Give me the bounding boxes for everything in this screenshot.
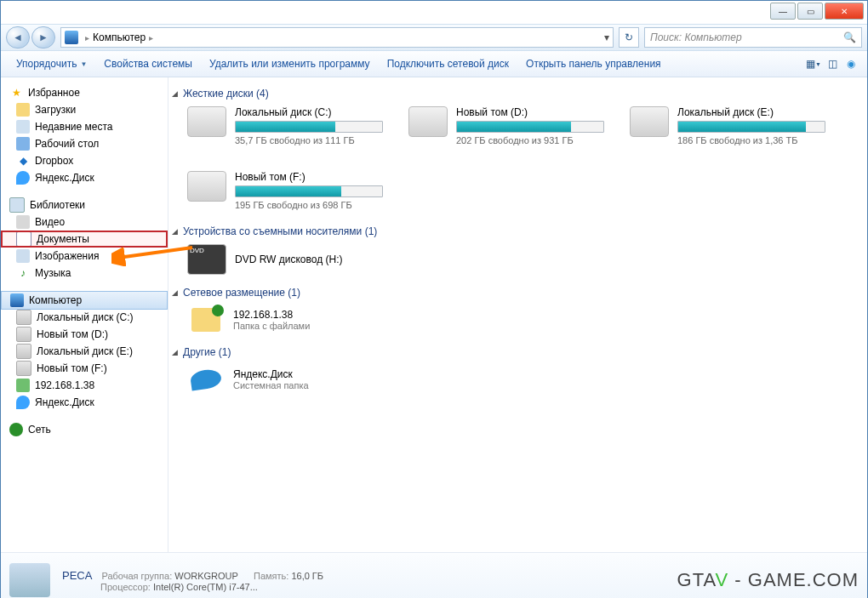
chevron-right-icon: ▸ (149, 33, 153, 43)
drive-icon (16, 344, 31, 359)
dvd-drive-item[interactable]: DVD RW дисковод (H:) (172, 241, 860, 278)
nav-yandex-disk[interactable]: Яндекс.Диск (1, 169, 168, 186)
drive-item[interactable]: Новый том (F:)195 ГБ свободно из 698 ГБ (187, 171, 383, 210)
nav-drive-d[interactable]: Новый том (D:) (1, 326, 168, 343)
nav-network-location[interactable]: 192.168.1.38 (1, 377, 168, 394)
drive-name: Новый том (F:) (235, 171, 383, 183)
music-icon: ♪ (16, 266, 30, 280)
drive-item[interactable]: Локальный диск (C:)35,7 ГБ свободно из 1… (187, 106, 383, 145)
titlebar: — ▭ ✕ (1, 1, 867, 24)
drive-icon (16, 327, 31, 342)
drive-icon (630, 106, 669, 137)
drive-usage-bar (235, 121, 383, 133)
drive-free-text: 186 ГБ свободно из 1,36 ТБ (677, 135, 825, 145)
video-icon (16, 215, 30, 229)
breadcrumb-location[interactable]: Компьютер (93, 31, 146, 43)
recent-places-icon (16, 120, 30, 134)
drive-usage-bar (677, 121, 825, 133)
network-folder-icon (16, 379, 30, 392)
navigation-pane: ★Избранное Загрузки Недавние места Рабоч… (1, 77, 168, 552)
nav-yandex-disk-drive[interactable]: Яндекс.Диск (1, 394, 168, 411)
content-pane: ◢Жесткие диски (4) Локальный диск (C:)35… (168, 77, 867, 552)
computer-header[interactable]: Компьютер (1, 291, 168, 310)
yandex-disk-icon (16, 171, 30, 185)
drive-icon (187, 171, 226, 202)
favorites-header[interactable]: ★Избранное (1, 84, 168, 101)
refresh-button[interactable]: ↻ (619, 27, 639, 48)
breadcrumb[interactable]: ▸ Компьютер ▸ ▾ (60, 27, 614, 48)
uninstall-program-button[interactable]: Удалить или изменить программу (201, 54, 379, 73)
search-placeholder: Поиск: Компьютер (650, 31, 742, 43)
drive-name: Новый том (D:) (456, 106, 604, 118)
nav-downloads[interactable]: Загрузки (1, 101, 168, 118)
address-bar: ◄ ► ▸ Компьютер ▸ ▾ ↻ Поиск: Компьютер 🔍 (1, 24, 867, 51)
drive-usage-bar (235, 185, 383, 197)
drive-icon (16, 361, 31, 376)
maximize-button[interactable]: ▭ (797, 3, 823, 20)
section-other[interactable]: ◢Другие (1) (172, 343, 860, 362)
explorer-window: — ▭ ✕ ◄ ► ▸ Компьютер ▸ ▾ ↻ Поиск: Компь… (0, 0, 868, 598)
section-network-location[interactable]: ◢Сетевое размещение (1) (172, 283, 860, 302)
view-options-button[interactable]: ▦▼ (804, 54, 823, 73)
help-button[interactable]: ◉ (842, 54, 860, 73)
nav-pictures[interactable]: Изображения (1, 248, 168, 265)
search-icon[interactable]: 🔍 (843, 31, 856, 43)
drive-free-text: 35,7 ГБ свободно из 111 ГБ (235, 135, 383, 145)
drive-icon (16, 310, 31, 325)
computer-icon (65, 31, 78, 44)
forward-button[interactable]: ► (31, 26, 55, 48)
drive-item[interactable]: Локальный диск (E:)186 ГБ свободно из 1,… (630, 106, 825, 145)
collapse-icon: ◢ (172, 227, 178, 236)
document-icon (16, 231, 31, 247)
command-bar: Упорядочить▼ Свойства системы Удалить ил… (1, 51, 867, 77)
details-pane: PECA Рабочая группа: WORKGROUP Память: 1… (1, 552, 867, 598)
map-network-drive-button[interactable]: Подключить сетевой диск (379, 54, 517, 73)
folder-icon (16, 103, 30, 117)
preview-pane-button[interactable]: ◫ (823, 54, 842, 73)
yandex-disk-icon (16, 396, 30, 409)
watermark: GTAV - GAME.COM (677, 569, 859, 591)
section-hard-disks[interactable]: ◢Жесткие диски (4) (172, 84, 860, 103)
section-removable[interactable]: ◢Устройства со съемными носителями (1) (172, 222, 860, 241)
collapse-icon: ◢ (172, 89, 178, 98)
network-folder-item[interactable]: 192.168.1.38 Папка с файлами (172, 302, 860, 338)
network-header[interactable]: Сеть (1, 421, 168, 438)
drive-name: Локальный диск (E:) (677, 106, 825, 118)
computer-large-icon (9, 563, 50, 597)
drive-icon (187, 106, 226, 137)
collapse-icon: ◢ (172, 288, 178, 297)
control-panel-button[interactable]: Открыть панель управления (517, 54, 670, 73)
back-button[interactable]: ◄ (6, 26, 30, 48)
drive-usage-bar (456, 121, 604, 133)
drive-free-text: 195 ГБ свободно из 698 ГБ (235, 200, 383, 210)
nav-videos[interactable]: Видео (1, 214, 168, 231)
collapse-icon: ◢ (172, 348, 178, 356)
network-folder-icon (187, 305, 225, 334)
picture-icon (16, 249, 30, 263)
drive-item[interactable]: Новый том (D:)202 ГБ свободно из 931 ГБ (408, 106, 604, 145)
minimize-button[interactable]: — (770, 3, 796, 20)
nav-documents[interactable]: Документы (1, 231, 168, 248)
nav-recent-places[interactable]: Недавние места (1, 118, 168, 135)
nav-dropbox[interactable]: ◆Dropbox (1, 152, 168, 169)
close-button[interactable]: ✕ (825, 3, 864, 20)
dropbox-icon: ◆ (16, 154, 30, 168)
nav-drive-e[interactable]: Локальный диск (E:) (1, 343, 168, 360)
nav-drive-f[interactable]: Новый том (F:) (1, 360, 168, 377)
star-icon: ★ (9, 86, 23, 100)
system-properties-button[interactable]: Свойства системы (95, 54, 201, 73)
organize-button[interactable]: Упорядочить▼ (8, 54, 95, 73)
nav-music[interactable]: ♪Музыка (1, 265, 168, 282)
libraries-header[interactable]: Библиотеки (1, 196, 168, 214)
chevron-down-icon[interactable]: ▾ (604, 31, 609, 43)
chevron-down-icon: ▼ (80, 60, 87, 68)
nav-drive-c[interactable]: Локальный диск (C:) (1, 309, 168, 326)
computer-name: PECA (62, 569, 92, 582)
nav-desktop[interactable]: Рабочий стол (1, 135, 168, 152)
drive-name: Локальный диск (C:) (235, 106, 383, 118)
yandex-disk-item[interactable]: Яндекс.Диск Системная папка (172, 362, 860, 397)
computer-icon (10, 293, 24, 307)
search-input[interactable]: Поиск: Компьютер 🔍 (644, 27, 862, 48)
library-icon (9, 197, 25, 213)
dvd-drive-icon (187, 244, 226, 275)
